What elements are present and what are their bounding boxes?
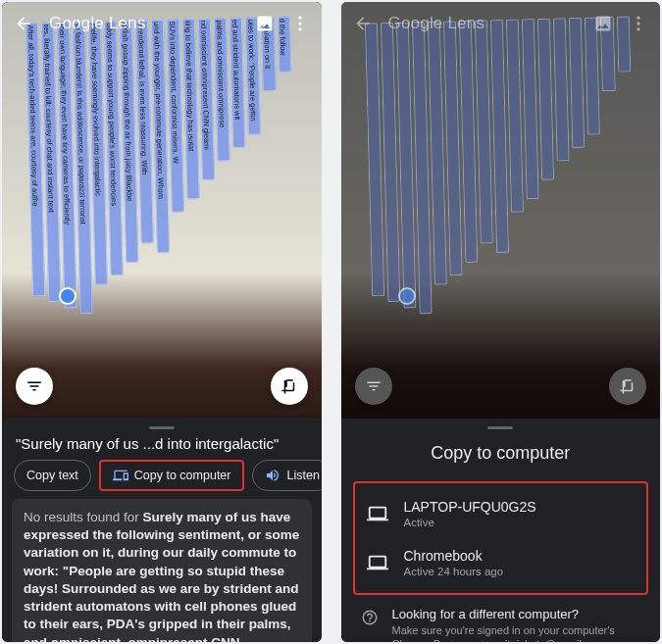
laptop-icon [367,552,388,573]
listen-chip[interactable]: Listen [252,460,321,491]
topbar: Google Lens [2,2,322,45]
devices-icon [113,468,128,483]
photo-area [341,2,661,419]
bottom-sheet: "Surely many of us ...d into intergalact… [2,419,322,642]
device-name: Chromebook [404,548,504,564]
volume-icon [265,468,280,483]
more-icon[interactable] [290,14,310,33]
selection-handle[interactable] [61,289,75,303]
highlighted-text: After all, today's tech-aided teens are,… [25,17,298,334]
svg-point-3 [637,17,639,20]
laptop-icon [367,503,388,524]
help-row[interactable]: Looking for a different computer? Make s… [341,595,661,642]
svg-point-1 [298,22,301,25]
filter-button[interactable] [16,368,53,405]
crop-button [609,368,646,405]
copy-to-computer-chip[interactable]: Copy to computer [99,460,245,491]
sheet-title: Copy to computer [341,435,661,481]
svg-point-0 [298,17,301,20]
topbar: Google Lens [341,2,661,45]
device-row[interactable]: Chromebook Active 24 hours ago [355,538,647,587]
help-title: Looking for a different computer? [392,607,641,621]
image-icon[interactable] [593,14,613,33]
filter-button [355,368,392,405]
grab-handle[interactable] [149,426,175,429]
svg-point-4 [637,22,639,25]
back-icon[interactable] [353,14,373,33]
app-title: Google Lens [49,14,146,33]
back-icon[interactable] [14,14,33,33]
device-name: LAPTOP-UFQU0G2S [404,499,536,515]
result-prefix: No results found for [24,510,143,524]
help-subtitle: Make sure you're signed in on your compu… [392,623,641,642]
phone-left: Google Lens After all, today's tech-aide… [2,2,322,642]
photo-area[interactable]: After all, today's tech-aided teens are,… [2,2,322,419]
phone-right: Google Lens Copy to computer LAPTOP-UFQU… [341,2,661,642]
selection-handle [400,289,414,303]
copy-text-chip[interactable]: Copy text [14,460,91,491]
device-list: LAPTOP-UFQU0G2S Active Chromebook Active… [353,481,649,595]
device-status: Active [404,517,536,528]
svg-point-2 [298,27,301,30]
result-query: Surely many of us have expressed the fol… [24,510,299,642]
more-icon[interactable] [629,14,648,33]
help-icon [361,609,379,626]
crop-button[interactable] [271,368,308,405]
search-result-card[interactable]: No results found for Surely many of us h… [12,499,312,642]
grab-handle[interactable] [487,426,513,429]
selected-text-snippet: "Surely many of us ...d into intergalact… [2,435,322,460]
action-chips: Copy text Copy to computer Listen [2,460,322,499]
device-status: Active 24 hours ago [404,566,504,577]
app-title: Google Lens [388,14,485,33]
copy-to-computer-sheet: Copy to computer LAPTOP-UFQU0G2S Active … [341,419,661,642]
device-row[interactable]: LAPTOP-UFQU0G2S Active [355,489,647,538]
highlighted-text [364,17,637,334]
svg-point-5 [637,27,639,30]
image-icon[interactable] [255,14,275,33]
